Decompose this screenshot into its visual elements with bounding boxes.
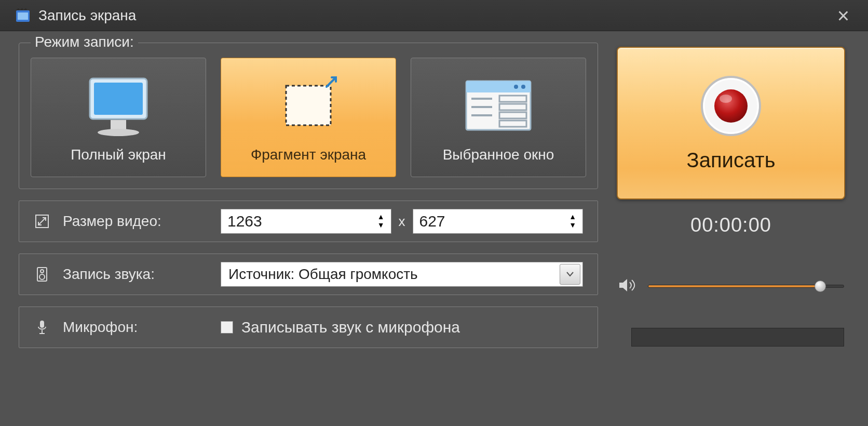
app-icon (15, 7, 31, 24)
close-icon[interactable]: × (837, 5, 849, 26)
svg-rect-6 (286, 86, 331, 125)
microphone-row: Микрофон: Записывать звук с микрофона (19, 307, 598, 348)
svg-point-28 (720, 95, 732, 103)
mic-level-meter (631, 328, 844, 347)
mic-checkbox-label: Записывать звук с микрофона (241, 318, 460, 336)
svg-point-21 (39, 274, 45, 279)
mode-full-screen-label: Полный экран (71, 147, 166, 163)
mode-full-screen-button[interactable]: Полный экран (31, 58, 206, 177)
audio-source-label: Запись звука: (63, 266, 208, 283)
checkbox-box-icon (221, 321, 233, 334)
volume-slider-row (613, 277, 849, 296)
crop-region-icon (275, 72, 342, 139)
record-dot-icon (700, 75, 762, 139)
mode-fragment-label: Фрагмент экрана (251, 147, 366, 163)
monitor-icon (85, 72, 152, 139)
width-input[interactable]: 1263 ▲▼ (221, 209, 391, 234)
window-icon (462, 72, 535, 139)
record-mode-legend: Режим записи: (31, 34, 138, 50)
width-value: 1263 (227, 212, 377, 230)
volume-thumb[interactable] (815, 281, 826, 292)
size-separator: x (399, 214, 405, 230)
audio-source-value: Источник: Общая громкость (221, 266, 560, 283)
mic-record-checkbox[interactable]: Записывать звук с микрофона (221, 318, 460, 336)
height-input[interactable]: 627 ▲▼ (413, 209, 584, 234)
svg-point-5 (98, 129, 139, 136)
record-button-label: Записать (687, 149, 776, 172)
volume-fill (648, 285, 820, 287)
video-size-row: Размер видео: 1263 ▲▼ x 627 ▲▼ (19, 201, 598, 242)
svg-rect-4 (111, 120, 126, 129)
height-value: 627 (419, 212, 569, 230)
mode-window-label: Выбранное окно (443, 147, 554, 163)
svg-rect-22 (40, 321, 44, 328)
record-mode-group: Режим записи: Полный экран (19, 43, 598, 189)
audio-source-row: Запись звука: Источник: Общая громкость (19, 254, 598, 295)
svg-point-27 (714, 89, 748, 123)
svg-rect-1 (18, 12, 28, 20)
height-stepper-icon[interactable]: ▲▼ (569, 215, 576, 228)
window-title: Запись экрана (38, 7, 136, 24)
microphone-icon (34, 320, 50, 335)
volume-slider[interactable] (648, 285, 844, 288)
title-bar: Запись экрана × (0, 0, 868, 31)
svg-point-9 (514, 85, 518, 89)
resize-icon (34, 214, 50, 229)
timer-display: 00:00:00 (690, 214, 771, 236)
chevron-down-icon[interactable] (560, 264, 580, 285)
speaker-device-icon (34, 267, 50, 282)
record-button[interactable]: Записать (617, 47, 845, 199)
volume-icon (618, 277, 636, 296)
mode-fragment-button[interactable]: Фрагмент экрана (221, 58, 396, 177)
svg-rect-8 (466, 81, 531, 92)
svg-rect-3 (94, 83, 143, 115)
microphone-label: Микрофон: (63, 319, 208, 336)
svg-point-10 (521, 85, 525, 89)
audio-source-dropdown[interactable]: Источник: Общая громкость (221, 262, 583, 287)
width-stepper-icon[interactable]: ▲▼ (377, 215, 385, 228)
mode-window-button[interactable]: Выбранное окно (411, 58, 586, 177)
video-size-label: Размер видео: (63, 213, 208, 230)
svg-point-20 (40, 270, 44, 273)
